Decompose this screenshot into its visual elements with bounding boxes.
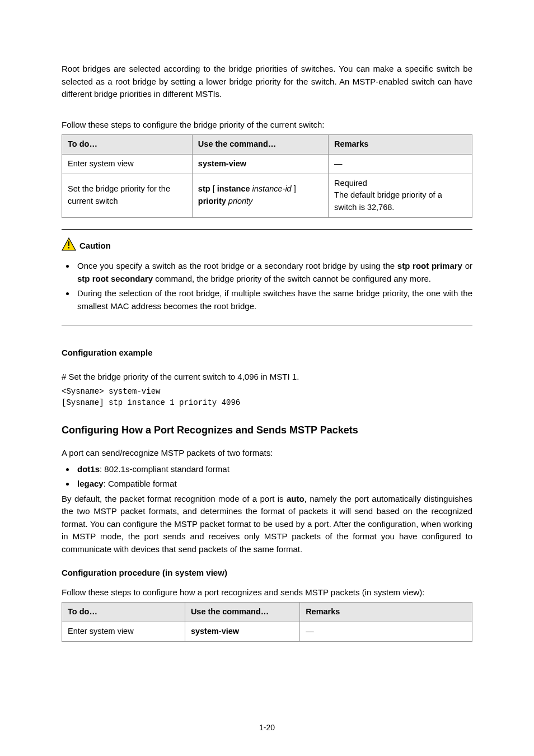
sysview-heading: Configuration procedure (in system view) <box>62 567 472 580</box>
cell-cmd: system-view <box>185 622 299 642</box>
caution-label: Caution <box>79 240 111 253</box>
bridge-priority-table: To do… Use the command… Remarks Enter sy… <box>62 134 472 218</box>
example-text: # Set the bridge priority of the current… <box>62 371 472 384</box>
table-row: Enter system view system-view — <box>62 622 472 642</box>
packet-format-table: To do… Use the command… Remarks Enter sy… <box>62 602 472 642</box>
cell-op: Enter system view <box>62 154 193 174</box>
formats-intro: A port can send/recognize MSTP packets o… <box>62 447 472 460</box>
th-remarks: Remarks <box>329 135 472 155</box>
list-item: During the selection of the root bridge,… <box>62 287 472 312</box>
table-row: Set the bridge priority for the current … <box>62 174 472 217</box>
caution-list: Once you specify a switch as the root br… <box>62 260 472 312</box>
cell-remark: — <box>300 622 472 642</box>
svg-rect-1 <box>68 241 69 246</box>
cell-cmd: stp [ instance instance-id ] priority pr… <box>192 174 328 217</box>
cell-remark: Required The default bridge priority of … <box>329 174 472 217</box>
th-todo: To do… <box>62 135 193 155</box>
formats-paragraph: By default, the packet format recognitio… <box>62 493 472 556</box>
caution-icon <box>62 237 79 255</box>
svg-rect-2 <box>68 247 69 249</box>
list-item: legacy: Compatible format <box>62 478 472 491</box>
caution-block: Caution Once you specify a switch as the… <box>62 229 472 326</box>
example-heading: Configuration example <box>62 347 472 360</box>
th-command: Use the command… <box>185 603 299 622</box>
table1-caption: Follow these steps to configure the brid… <box>62 119 472 132</box>
caution-header: Caution <box>62 237 472 255</box>
intro-paragraph: Root bridges are selected according to t… <box>62 63 472 101</box>
th-command: Use the command… <box>192 135 328 155</box>
page-number: 1-20 <box>0 722 534 734</box>
table-row: Enter system view system-view — <box>62 154 472 174</box>
list-item: dot1s: 802.1s-compliant standard format <box>62 463 472 476</box>
table2-caption: Follow these steps to configure how a po… <box>62 586 472 599</box>
th-todo: To do… <box>62 603 185 622</box>
cell-remark: — <box>329 154 472 174</box>
section-heading: Configuring How a Port Recognizes and Se… <box>62 423 472 438</box>
formats-list: dot1s: 802.1s-compliant standard format … <box>62 463 472 491</box>
cell-op: Enter system view <box>62 622 185 642</box>
example-code: <Sysname> system-view [Sysname] stp inst… <box>62 386 472 408</box>
cell-cmd: system-view <box>192 154 328 174</box>
th-remarks: Remarks <box>300 603 472 622</box>
cell-op: Set the bridge priority for the current … <box>62 174 193 217</box>
list-item: Once you specify a switch as the root br… <box>62 260 472 285</box>
